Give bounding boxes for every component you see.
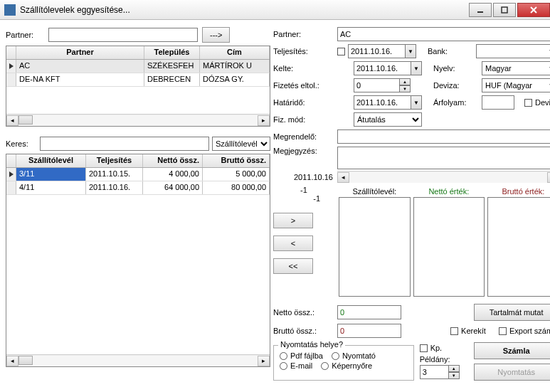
radio-pdf[interactable]: Pdf fájlba [280,351,323,360]
megj-textarea[interactable] [337,147,550,169]
keres-select[interactable]: Szállítólevél [212,137,270,151]
r-partner-input[interactable] [337,27,550,41]
svg-rect-1 [502,7,507,13]
move-left-button[interactable]: < [273,235,313,251]
peldany-spinner[interactable]: ▲▼ [420,365,468,379]
r-partner-label: Partner: [273,30,334,38]
sl-hscroll[interactable]: ◂▸ [6,354,270,366]
move-all-left-button[interactable]: << [273,258,313,274]
deviza-check[interactable]: Deviza [524,98,550,107]
kp-check[interactable]: Kp. [420,344,468,352]
teljesites-label: Teljesítés: [273,47,334,55]
szamla-button[interactable]: Számla [474,342,550,359]
sl-row[interactable]: 4/11 2011.10.16. 64 000,00 80 000,00 [6,181,270,195]
fizmod-label: Fiz. mód: [273,115,334,124]
megrend-input[interactable] [337,129,550,144]
hatar-date[interactable]: ▼ [354,95,422,110]
nyelv-select[interactable]: Magyar [482,61,550,75]
sl-col-brutto[interactable]: Bruttó össz. [203,154,270,167]
list-netto[interactable] [413,197,485,297]
bank-label: Bank: [428,47,473,55]
kerekit-check[interactable]: Kerekít [450,327,486,335]
sl-col-szallitolevel[interactable]: Szállítólevél [16,154,86,167]
export-check[interactable]: Export számla [499,327,550,335]
partner-label: Partner: [6,31,48,39]
keres-label: Keres: [6,139,40,148]
deviza-select[interactable]: HUF (Magyar [482,78,550,92]
nyelv-label: Nyelv: [433,64,479,73]
teljesites-check[interactable] [337,48,345,55]
nyomtatas-legend: Nyomtatás helye? [278,340,345,349]
fizetes-spinner[interactable]: ▲▼ [354,78,411,92]
partner-col-cim[interactable]: Cím [200,46,270,59]
list-brutto[interactable] [487,197,550,297]
brutto-input[interactable] [337,324,401,338]
deviza-label: Deviza: [433,81,479,90]
fizetes-label: Fizetés eltol.: [273,81,334,90]
window-title: Szállítólevelek eggyesítése... [20,5,467,15]
minus1b: -1 [273,194,334,203]
close-button[interactable] [517,3,550,17]
chevron-down-icon[interactable]: ▼ [405,44,416,58]
chevron-down-icon[interactable]: ▼ [411,61,422,75]
peldany-label: Példány: [420,355,468,364]
arrow-button[interactable]: ---> [202,27,230,43]
keres-input[interactable] [40,137,209,151]
partner-input[interactable] [48,28,198,42]
radio-kepernyo[interactable]: Képernyőre [321,361,372,370]
sl-col-netto[interactable]: Nettó össz. [143,154,203,167]
netto-input[interactable] [337,305,401,319]
sl-row[interactable]: 3/11 2011.10.15. 4 000,00 5 000,00 [6,168,270,181]
radio-nyomtato[interactable]: Nyomtató [332,351,376,360]
list-sl[interactable] [339,197,411,297]
col-netto-header: Nettó érték: [413,187,485,196]
brutto-label: Bruttó össz.: [273,327,334,335]
titlebar: Szállítólevelek eggyesítése... [0,0,550,20]
arfolyam-input[interactable] [482,95,514,110]
partner-col-telepules[interactable]: Település [144,46,200,59]
partner-row[interactable]: AC SZÉKESFEH MÁRTÍROK U [6,60,270,73]
minimize-button[interactable] [469,3,492,17]
partner-col-partner[interactable]: Partner [16,46,144,59]
partner-hscroll[interactable]: ◂▸ [6,114,270,126]
sl-col-teljesites[interactable]: Teljesítés [86,154,143,167]
kelte-label: Kelte: [273,64,334,73]
megrend-label: Megrendelő: [273,132,334,141]
maximize-button[interactable] [493,3,516,17]
move-right-button[interactable]: > [273,213,313,228]
kelte-date[interactable]: ▼ [354,61,422,75]
hatar-label: Határidő: [273,98,334,107]
chevron-down-icon[interactable]: ▼ [411,95,422,110]
radio-email[interactable]: E-mail [280,361,312,370]
note-hscroll[interactable]: ◂▸ [337,171,550,183]
megj-label: Megjegyzés: [273,147,334,155]
partner-grid[interactable]: Partner Település Cím AC SZÉKESFEH MÁRTÍ… [6,46,270,127]
szallitolevel-grid[interactable]: Szállítólevél Teljesítés Nettó össz. Bru… [6,154,270,367]
tartalmat-button[interactable]: Tartalmát mutat [474,304,550,321]
app-icon [4,4,16,16]
date-note: 2011.10.16 [273,173,334,181]
bank-select[interactable] [476,44,550,58]
col-sl-header: Szállítólevél: [339,187,411,196]
minus1a: -1 [273,186,334,194]
nyomtatas-helye-group: Nyomtatás helye? Pdf fájlba Nyomtató E-m… [273,345,414,381]
partner-row[interactable]: DE-NA KFT DEBRECEN DÓZSA GY. [6,73,270,87]
nyomtatas-button[interactable]: Nyomtatás [474,364,550,381]
col-brutto-header: Bruttó érték: [487,187,550,196]
netto-label: Netto össz.: [273,308,334,317]
teljesites-date[interactable]: ▼ [348,44,416,58]
arfolyam-label: Árfolyam: [433,98,479,107]
fizmod-select[interactable]: Átutalás [354,112,422,127]
